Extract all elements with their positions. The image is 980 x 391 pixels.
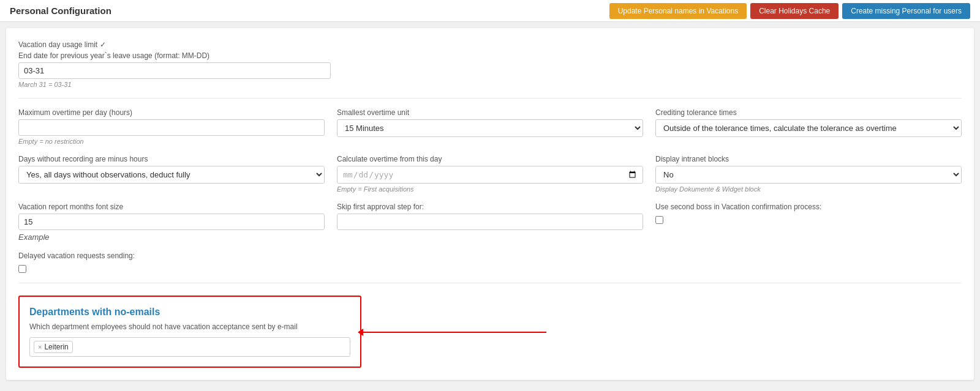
vacation-report-example: Example	[18, 233, 325, 242]
departments-wrapper: Departments with no-emails Which departm…	[18, 296, 962, 368]
vacation-day-usage-label: Vacation day usage limit ✓	[18, 40, 962, 49]
max-overtime-label: Maximum overtime per day (hours)	[18, 108, 325, 117]
vacation-report-field: Vacation report months font size Example	[18, 203, 325, 242]
smallest-overtime-field: Smallest overtime unit 15 Minutes 30 Min…	[337, 108, 643, 145]
department-tag: × Leiterin	[34, 341, 73, 353]
arrow-line	[363, 332, 546, 333]
crediting-tolerance-field: Crediting tolerance times Outside of the…	[655, 108, 962, 145]
smallest-overtime-label: Smallest overtime unit	[337, 108, 643, 117]
vacation-report-label: Vacation report months font size	[18, 203, 325, 211]
end-date-label: End date for previous year`s leave usage…	[18, 51, 962, 60]
departments-title: Departments with no-emails	[29, 307, 350, 318]
department-tag-label: Leiterin	[44, 343, 68, 351]
main-content: Vacation day usage limit ✓ End date for …	[6, 28, 974, 380]
departments-tag-input[interactable]: × Leiterin	[29, 337, 350, 357]
crediting-tolerance-label: Crediting tolerance times	[655, 108, 962, 117]
update-personal-button[interactable]: Update Personal names in Vacations	[609, 3, 747, 19]
skip-first-approval-input[interactable]	[337, 214, 643, 230]
display-intranet-label: Display intranet blocks	[655, 155, 962, 163]
clear-holidays-button[interactable]: Clear Holidays Cache	[750, 3, 839, 19]
max-overtime-input[interactable]	[18, 119, 325, 136]
row-3: Vacation report months font size Example…	[18, 203, 962, 242]
row-1: Maximum overtime per day (hours) Empty =…	[18, 108, 962, 145]
display-intranet-hint: Display Dokumente & Widget block	[655, 185, 962, 193]
days-without-recording-select[interactable]: Yes, all days without observations, dedu…	[18, 166, 325, 184]
use-second-boss-label: Use second boss in Vacation confirmation…	[655, 203, 962, 211]
smallest-overtime-select[interactable]: 15 Minutes 30 Minutes 1 Hour	[337, 119, 643, 137]
vacation-usage-section: Vacation day usage limit ✓ End date for …	[18, 40, 962, 88]
vacation-report-input[interactable]	[18, 214, 325, 230]
end-date-hint: March 31 = 03-31	[18, 81, 331, 88]
display-intranet-select[interactable]: No Yes	[655, 166, 962, 184]
use-second-boss-checkbox-row	[655, 216, 962, 224]
skip-first-approval-label: Skip first approval step for:	[337, 203, 643, 211]
calculate-overtime-label: Calculate overtime from this day	[337, 155, 643, 163]
days-without-recording-field: Days without recording are minus hours Y…	[18, 155, 325, 193]
row-2: Days without recording are minus hours Y…	[18, 155, 962, 193]
delayed-vacation-checkbox-row	[18, 265, 962, 273]
departments-section: Departments with no-emails Which departm…	[18, 296, 361, 368]
skip-first-approval-field: Skip first approval step for:	[337, 203, 643, 242]
departments-desc: Which department employees should not ha…	[29, 322, 350, 331]
display-intranet-field: Display intranet blocks No Yes Display D…	[655, 155, 962, 193]
calculate-overtime-input[interactable]	[337, 166, 643, 184]
calculate-overtime-hint: Empty = First acquisitions	[337, 185, 643, 193]
checkmark-icon: ✓	[100, 40, 106, 49]
max-overtime-hint: Empty = no restriction	[18, 138, 325, 145]
end-date-field-wrapper: March 31 = 03-31	[18, 62, 331, 88]
tag-remove-icon[interactable]: ×	[38, 343, 42, 351]
calculate-overtime-field: Calculate overtime from this day Empty =…	[337, 155, 643, 193]
header-actions: Update Personal names in Vacations Clear…	[609, 3, 970, 19]
max-overtime-field: Maximum overtime per day (hours) Empty =…	[18, 108, 325, 145]
delayed-vacation-checkbox[interactable]	[18, 265, 26, 273]
page-title: Personal Configuration	[10, 6, 111, 16]
use-second-boss-checkbox[interactable]	[655, 216, 663, 224]
create-missing-personal-button[interactable]: Create missing Personal for users	[842, 3, 970, 19]
delayed-vacation-section: Delayed vacation requests sending:	[18, 251, 962, 273]
days-without-recording-label: Days without recording are minus hours	[18, 155, 325, 163]
end-date-input[interactable]	[18, 62, 331, 79]
page-header: Personal Configuration Update Personal n…	[0, 0, 980, 22]
crediting-tolerance-select[interactable]: Outside of the tolerance times, calculat…	[655, 119, 962, 137]
delayed-vacation-label: Delayed vacation requests sending:	[18, 251, 962, 260]
use-second-boss-field: Use second boss in Vacation confirmation…	[655, 203, 962, 242]
